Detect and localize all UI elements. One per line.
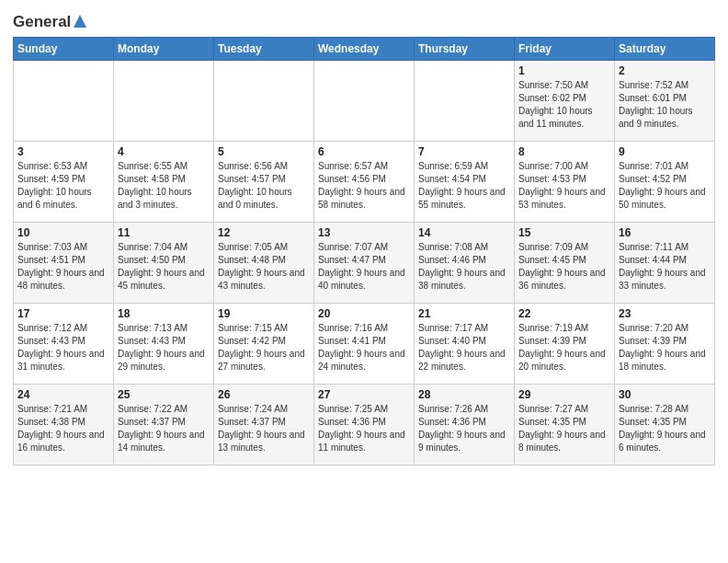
day-number: 29 xyxy=(518,388,610,401)
calendar-cell xyxy=(14,61,114,142)
logo-triangle-icon xyxy=(73,14,87,29)
calendar-week-1: 1Sunrise: 7:50 AM Sunset: 6:02 PM Daylig… xyxy=(14,61,715,142)
day-number: 1 xyxy=(518,64,610,77)
calendar-cell: 29Sunrise: 7:27 AM Sunset: 4:35 PM Dayli… xyxy=(515,385,615,465)
calendar-week-3: 10Sunrise: 7:03 AM Sunset: 4:51 PM Dayli… xyxy=(14,223,715,304)
header: General xyxy=(13,9,715,31)
day-number: 5 xyxy=(218,145,310,158)
day-info: Sunrise: 7:25 AM Sunset: 4:36 PM Dayligh… xyxy=(318,403,410,454)
calendar-cell: 7Sunrise: 6:59 AM Sunset: 4:54 PM Daylig… xyxy=(415,142,515,223)
svg-marker-0 xyxy=(74,15,86,28)
calendar-cell: 25Sunrise: 7:22 AM Sunset: 4:37 PM Dayli… xyxy=(114,385,214,465)
day-number: 7 xyxy=(418,145,510,158)
day-info: Sunrise: 7:50 AM Sunset: 6:02 PM Dayligh… xyxy=(518,79,610,131)
day-info: Sunrise: 7:20 AM Sunset: 4:39 PM Dayligh… xyxy=(619,322,711,373)
calendar-cell: 20Sunrise: 7:16 AM Sunset: 4:41 PM Dayli… xyxy=(314,304,415,385)
day-info: Sunrise: 7:52 AM Sunset: 6:01 PM Dayligh… xyxy=(619,79,711,131)
calendar-cell: 1Sunrise: 7:50 AM Sunset: 6:02 PM Daylig… xyxy=(515,61,615,142)
calendar-cell: 11Sunrise: 7:04 AM Sunset: 4:50 PM Dayli… xyxy=(114,223,214,304)
calendar-cell: 26Sunrise: 7:24 AM Sunset: 4:37 PM Dayli… xyxy=(214,385,314,465)
calendar-cell: 18Sunrise: 7:13 AM Sunset: 4:43 PM Dayli… xyxy=(114,304,214,385)
day-number: 4 xyxy=(118,145,210,158)
calendar-cell: 28Sunrise: 7:26 AM Sunset: 4:36 PM Dayli… xyxy=(415,385,515,465)
day-info: Sunrise: 7:11 AM Sunset: 4:44 PM Dayligh… xyxy=(619,241,711,293)
calendar-cell: 10Sunrise: 7:03 AM Sunset: 4:51 PM Dayli… xyxy=(14,223,114,304)
calendar-cell: 22Sunrise: 7:19 AM Sunset: 4:39 PM Dayli… xyxy=(515,304,615,385)
page: General SundayMondayTuesdayWednesdayThur… xyxy=(0,0,728,478)
day-info: Sunrise: 7:12 AM Sunset: 4:43 PM Dayligh… xyxy=(17,322,109,373)
day-number: 22 xyxy=(518,307,610,320)
calendar-cell: 6Sunrise: 6:57 AM Sunset: 4:56 PM Daylig… xyxy=(314,142,415,223)
day-number: 10 xyxy=(17,226,109,239)
calendar-cell: 12Sunrise: 7:05 AM Sunset: 4:48 PM Dayli… xyxy=(214,223,314,304)
calendar-cell: 5Sunrise: 6:56 AM Sunset: 4:57 PM Daylig… xyxy=(214,142,314,223)
calendar-week-2: 3Sunrise: 6:53 AM Sunset: 4:59 PM Daylig… xyxy=(14,142,715,223)
day-number: 6 xyxy=(318,145,410,158)
day-number: 12 xyxy=(218,226,310,239)
day-info: Sunrise: 6:55 AM Sunset: 4:58 PM Dayligh… xyxy=(118,160,210,212)
day-info: Sunrise: 7:01 AM Sunset: 4:52 PM Dayligh… xyxy=(619,160,711,212)
day-info: Sunrise: 7:07 AM Sunset: 4:47 PM Dayligh… xyxy=(318,241,410,293)
day-number: 3 xyxy=(17,145,109,158)
calendar-week-5: 24Sunrise: 7:21 AM Sunset: 4:38 PM Dayli… xyxy=(14,385,715,465)
day-info: Sunrise: 7:05 AM Sunset: 4:48 PM Dayligh… xyxy=(218,241,310,293)
day-number: 30 xyxy=(619,388,711,401)
calendar-cell: 8Sunrise: 7:00 AM Sunset: 4:53 PM Daylig… xyxy=(515,142,615,223)
day-info: Sunrise: 7:28 AM Sunset: 4:35 PM Dayligh… xyxy=(619,403,711,454)
day-number: 28 xyxy=(418,388,510,401)
calendar-cell: 2Sunrise: 7:52 AM Sunset: 6:01 PM Daylig… xyxy=(615,61,715,142)
day-info: Sunrise: 7:03 AM Sunset: 4:51 PM Dayligh… xyxy=(17,241,109,293)
day-number: 27 xyxy=(318,388,410,401)
day-info: Sunrise: 7:17 AM Sunset: 4:40 PM Dayligh… xyxy=(418,322,510,373)
day-info: Sunrise: 7:09 AM Sunset: 4:45 PM Dayligh… xyxy=(518,241,610,293)
calendar-cell: 4Sunrise: 6:55 AM Sunset: 4:58 PM Daylig… xyxy=(114,142,214,223)
day-info: Sunrise: 7:16 AM Sunset: 4:41 PM Dayligh… xyxy=(318,322,410,373)
logo: General xyxy=(13,13,87,31)
logo-general: General xyxy=(13,13,71,31)
day-info: Sunrise: 6:56 AM Sunset: 4:57 PM Dayligh… xyxy=(218,160,310,212)
day-number: 21 xyxy=(418,307,510,320)
day-info: Sunrise: 7:19 AM Sunset: 4:39 PM Dayligh… xyxy=(518,322,610,373)
calendar-cell: 14Sunrise: 7:08 AM Sunset: 4:46 PM Dayli… xyxy=(415,223,515,304)
day-info: Sunrise: 7:21 AM Sunset: 4:38 PM Dayligh… xyxy=(17,403,109,454)
calendar-header: SundayMondayTuesdayWednesdayThursdayFrid… xyxy=(14,38,715,61)
weekday-header-monday: Monday xyxy=(114,38,214,61)
day-info: Sunrise: 7:13 AM Sunset: 4:43 PM Dayligh… xyxy=(118,322,210,373)
day-number: 24 xyxy=(17,388,109,401)
day-number: 18 xyxy=(118,307,210,320)
weekday-header-tuesday: Tuesday xyxy=(214,38,314,61)
day-info: Sunrise: 7:15 AM Sunset: 4:42 PM Dayligh… xyxy=(218,322,310,373)
weekday-header-thursday: Thursday xyxy=(415,38,515,61)
day-number: 16 xyxy=(619,226,711,239)
calendar-cell: 21Sunrise: 7:17 AM Sunset: 4:40 PM Dayli… xyxy=(415,304,515,385)
day-number: 17 xyxy=(17,307,109,320)
day-number: 9 xyxy=(619,145,711,158)
calendar-cell xyxy=(415,61,515,142)
calendar-cell: 17Sunrise: 7:12 AM Sunset: 4:43 PM Dayli… xyxy=(14,304,114,385)
calendar-cell xyxy=(314,61,415,142)
calendar-cell: 27Sunrise: 7:25 AM Sunset: 4:36 PM Dayli… xyxy=(314,385,415,465)
calendar-cell: 23Sunrise: 7:20 AM Sunset: 4:39 PM Dayli… xyxy=(615,304,715,385)
day-number: 25 xyxy=(118,388,210,401)
weekday-header-saturday: Saturday xyxy=(615,38,715,61)
day-number: 26 xyxy=(218,388,310,401)
day-number: 11 xyxy=(118,226,210,239)
weekday-header-wednesday: Wednesday xyxy=(314,38,415,61)
day-info: Sunrise: 7:27 AM Sunset: 4:35 PM Dayligh… xyxy=(518,403,610,454)
day-info: Sunrise: 6:59 AM Sunset: 4:54 PM Dayligh… xyxy=(418,160,510,212)
calendar-cell: 3Sunrise: 6:53 AM Sunset: 4:59 PM Daylig… xyxy=(14,142,114,223)
day-info: Sunrise: 6:53 AM Sunset: 4:59 PM Dayligh… xyxy=(17,160,109,212)
calendar-body: 1Sunrise: 7:50 AM Sunset: 6:02 PM Daylig… xyxy=(14,61,715,465)
calendar-table: SundayMondayTuesdayWednesdayThursdayFrid… xyxy=(13,37,715,465)
calendar-cell: 9Sunrise: 7:01 AM Sunset: 4:52 PM Daylig… xyxy=(615,142,715,223)
calendar-cell: 13Sunrise: 7:07 AM Sunset: 4:47 PM Dayli… xyxy=(314,223,415,304)
day-info: Sunrise: 6:57 AM Sunset: 4:56 PM Dayligh… xyxy=(318,160,410,212)
day-number: 8 xyxy=(518,145,610,158)
day-number: 13 xyxy=(318,226,410,239)
calendar-cell: 24Sunrise: 7:21 AM Sunset: 4:38 PM Dayli… xyxy=(14,385,114,465)
calendar-cell: 30Sunrise: 7:28 AM Sunset: 4:35 PM Dayli… xyxy=(615,385,715,465)
calendar-cell: 15Sunrise: 7:09 AM Sunset: 4:45 PM Dayli… xyxy=(515,223,615,304)
day-info: Sunrise: 7:04 AM Sunset: 4:50 PM Dayligh… xyxy=(118,241,210,293)
day-info: Sunrise: 7:22 AM Sunset: 4:37 PM Dayligh… xyxy=(118,403,210,454)
calendar-cell xyxy=(114,61,214,142)
